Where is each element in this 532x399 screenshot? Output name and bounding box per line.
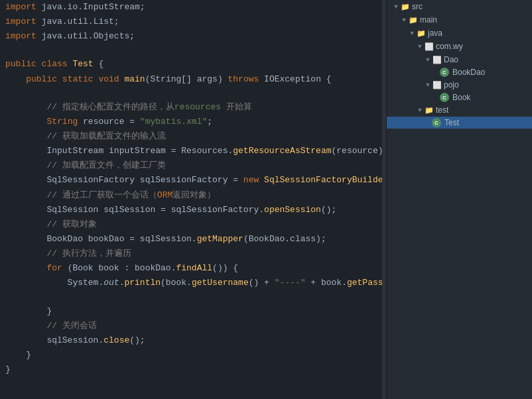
chevron-down-icon: ▼ (424, 56, 432, 64)
code-line: // 指定核心配置文件的路径，从resources 开始算 (0, 100, 386, 115)
package-icon: ⬜ (432, 54, 442, 65)
code-line: import java.io.InputStream; (0, 0, 386, 15)
code-line: System.out.println(book.getUsername() + … (0, 276, 386, 290)
tree-label: com.wy (436, 42, 463, 51)
code-line: import java.util.Objects; (0, 29, 386, 44)
code-line: InputStream inputStream = Resources.getR… (0, 144, 386, 158)
tree-item-src[interactable]: ▼ 📁 src (387, 0, 532, 13)
package-icon: ⬜ (432, 80, 442, 90)
project-tree: ▼ 📁 src ▼ 📁 main ▼ 📁 java ▼ ⬜ com.wy ▼ ⬜… (386, 0, 532, 399)
tree-item-com-wy[interactable]: ▼ ⬜ com.wy (387, 40, 532, 53)
spacer (432, 93, 440, 101)
folder-icon: 📁 (424, 105, 434, 115)
tree-label: Dao (444, 55, 458, 64)
code-editor[interactable]: import java.io.InputStream; import java.… (0, 0, 386, 399)
tree-label: Book (452, 93, 470, 102)
java-file-icon: C (440, 68, 449, 77)
code-line: sqlSession.close(); (0, 333, 386, 348)
chevron-down-icon: ▼ (416, 42, 424, 50)
tree-label: pojo (444, 80, 459, 89)
code-line: SqlSessionFactory sqlSessionFactory = ne… (0, 173, 386, 188)
tree-label: BookDao (452, 68, 485, 77)
code-line: public static void main(String[] args) t… (0, 72, 386, 87)
tree-label: main (420, 15, 437, 25)
code-line: // 通过工厂获取一个会话（ORM返回对象） (0, 188, 386, 203)
code-line: public class Test { (0, 57, 386, 72)
folder-icon: 📁 (400, 1, 411, 12)
java-file-icon: C (432, 118, 441, 127)
code-line: } (0, 304, 386, 319)
tree-item-bookdao[interactable]: C BookDao (387, 66, 532, 78)
code-line: } (0, 348, 386, 363)
tree-label: test (436, 105, 448, 115)
tree-item-test[interactable]: C Test (387, 117, 532, 129)
spacer (424, 119, 432, 127)
code-line: // 加载配置文件，创建工厂类 (0, 158, 386, 173)
spacer (432, 68, 440, 76)
scrollbar[interactable] (382, 0, 386, 399)
package-icon: ⬜ (424, 41, 434, 52)
code-line: BookDao bookDao = sqlSession.getMapper(B… (0, 232, 386, 247)
folder-icon: 📁 (416, 28, 427, 38)
tree-label: Test (444, 118, 459, 127)
code-line: for (Book book : bookDao.findAll()) { (0, 261, 386, 276)
java-file-icon: C (440, 93, 449, 102)
code-line (0, 87, 386, 100)
code-line: String resource = "mybatis.xml"; (0, 115, 386, 129)
code-line: // 关闭会话 (0, 319, 386, 333)
chevron-down-icon: ▼ (424, 81, 432, 89)
code-line: // 执行方法，并遍历 (0, 247, 386, 261)
chevron-down-icon: ▼ (416, 106, 424, 114)
code-line (0, 291, 386, 304)
tree-label: java (428, 28, 442, 38)
chevron-down-icon: ▼ (400, 16, 408, 24)
tree-item-test-folder[interactable]: ▼ 📁 test (387, 103, 532, 117)
tree-item-main[interactable]: ▼ 📁 main (387, 13, 532, 27)
tree-item-dao-pkg[interactable]: ▼ ⬜ Dao (387, 53, 532, 66)
code-line (0, 44, 386, 57)
code-line: import java.util.List; (0, 15, 386, 29)
tree-item-book[interactable]: C Book (387, 91, 532, 103)
folder-icon: 📁 (408, 15, 419, 25)
chevron-down-icon: ▼ (392, 3, 400, 11)
tree-label: src (412, 2, 423, 11)
code-line: // 获取对象 (0, 217, 386, 232)
tree-item-pojo-pkg[interactable]: ▼ ⬜ pojo (387, 78, 532, 91)
code-line: SqlSession sqlSession = sqlSessionFactor… (0, 203, 386, 217)
code-line: // 获取加载配置文件的输入流 (0, 129, 386, 144)
tree-item-java[interactable]: ▼ 📁 java (387, 27, 532, 40)
chevron-down-icon: ▼ (408, 29, 416, 37)
code-line: } (0, 363, 386, 377)
